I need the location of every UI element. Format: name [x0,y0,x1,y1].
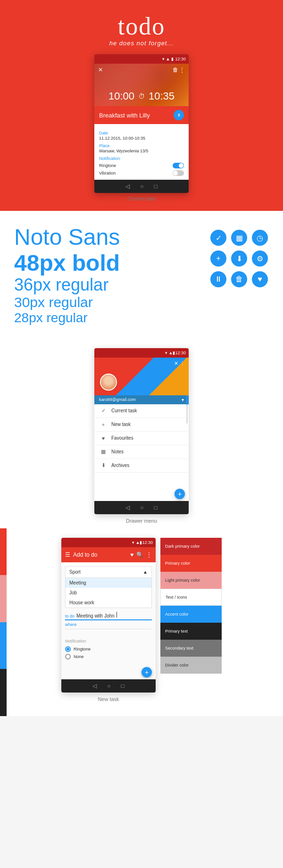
pause-icon: ⏸ [210,271,226,287]
ringtone-row: Ringtone [99,163,184,168]
pause-button[interactable]: ⏸ [174,110,184,120]
drawer-nav-bar: ◁ ○ □ [94,501,189,514]
current-task-phone: ▾ ▲ ▮ 12:30 ✕ 🗑 ⋮ 10:00 ⏱ 10:35 Breakfas… [94,54,189,193]
spacer [61,629,156,639]
category-header: Sport ▲ [66,567,151,577]
home-icon-drawer[interactable]: ○ [140,504,143,511]
ringtone-radio[interactable] [65,646,71,652]
email-text: karo89@gmail.com [99,397,136,402]
vibration-toggle[interactable] [173,170,184,176]
strip-pink [0,575,7,622]
menu-item-favourites[interactable]: ♥ Favourites [94,432,189,445]
drawer-menu-items: ✓ Current task + New task ♥ Favourites ▦… [94,404,189,501]
status-bar: ▾ ▲ ▮ 12:30 [94,54,189,64]
drawer-status-bar: ▾ ▲▮ 12:30 [94,348,189,358]
strip-red [0,528,7,576]
notification-section: Notification Ringtone None [61,639,156,665]
section-label-drawer: Drawer menu [126,518,157,524]
hero-section: todo he does not forget... ▾ ▲ ▮ 12:30 ✕… [0,0,283,211]
font-name: Noto Sans [14,225,120,250]
archive-icon: ⬇ [100,462,107,469]
secondary-text-color: Secondary text [160,640,222,657]
clock-icon: ◷ [252,230,268,246]
heart-icon-toolbar[interactable]: ♥ [130,551,133,558]
type-36-regular: 36px regular [14,276,120,293]
primary-color: Primary color [160,555,222,572]
avatar-image [101,375,116,390]
drawer-section: ▾ ▲▮ 12:30 ✕ ⋮ karo89@gmail.com ▾ ✓ Curr… [0,339,283,528]
check-circle-icon: ✓ [210,230,226,246]
scrollbar[interactable] [186,395,188,424]
primary-text-color: Primary text [160,623,222,640]
avatar [100,374,117,391]
recent-icon[interactable]: □ [154,183,158,190]
newtask-status-bar: ▾ ▲▮ 12:30 [61,538,156,547]
drawer-email-row: karo89@gmail.com ▾ [94,395,189,404]
vibration-row: Vibration [99,170,184,176]
home-icon-newtask[interactable]: ○ [107,683,110,689]
search-icon-toolbar[interactable]: 🔍 [136,551,143,558]
none-radio[interactable] [65,654,71,659]
text-cursor [117,612,117,618]
more-options-icon[interactable]: ⋮ [179,67,185,73]
where-row: where [65,622,152,629]
icon-grid: ✓ ▦ ◷ + ⬇ ⚙ ⏸ 🗑 ♥ [210,230,269,288]
chevron-up-icon: ▲ [143,569,148,575]
time-display-area: 10:00 ⏱ 10:35 [108,90,175,106]
recent-icon-newtask[interactable]: □ [121,683,125,689]
plus-icon-menu: + [100,421,107,428]
app-logo: todo he does not forget... [109,14,174,47]
category-meeting[interactable]: Meeting [66,578,151,588]
menu-item-current-task[interactable]: ✓ Current task [94,404,189,418]
trash-icon: 🗑 [231,271,247,287]
scrollbar-thumb[interactable] [186,395,188,405]
close-icon-drawer[interactable]: ✕ [174,360,178,367]
category-job[interactable]: Job [66,588,151,598]
time-display: 12:30 [175,57,186,61]
category-house-work[interactable]: House work [66,598,151,608]
strip-dark [0,669,7,716]
back-icon[interactable]: ◁ [125,183,130,190]
type-28-regular: 28px regular [14,311,120,325]
more-icon-drawer[interactable]: ⋮ [180,360,185,367]
calendar-icon: ▦ [231,230,247,246]
category-items: Meeting Job House work [66,577,151,608]
recent-icon-drawer[interactable]: □ [154,504,158,511]
back-icon-newtask[interactable]: ◁ [92,683,97,689]
more-icon-toolbar[interactable]: ⋮ [146,551,152,558]
newtask-nav-bar: ◁ ○ □ [61,679,156,693]
wifi-icon-drawer: ▾ ▲▮ [165,351,175,355]
task-header: Breakfast with Lilly ⏸ [94,106,189,124]
type-30-regular: 30px regular [14,295,120,309]
category-dropdown[interactable]: Sport ▲ Meeting Job House work [65,566,152,608]
text-icons-color: Text / Icons [160,589,222,606]
check-icon: ✓ [100,408,107,414]
dropdown-icon[interactable]: ▾ [182,397,184,402]
nav-bar: ◁ ○ □ [94,180,189,193]
ringtone-toggle[interactable] [173,163,184,168]
section-label-newtask: New task [98,696,119,702]
signal-icon: ▲ [166,57,170,61]
ringtone-radio-row: Ringtone [65,646,152,652]
calendar-icon-menu: ▦ [100,449,107,455]
left-color-strip [0,528,7,716]
newtask-body: Sport ▲ Meeting Job House work to do Mee… [61,566,156,677]
back-icon-drawer[interactable]: ◁ [125,504,130,511]
home-icon[interactable]: ○ [140,183,143,190]
drawer-phone: ▾ ▲▮ 12:30 ✕ ⋮ karo89@gmail.com ▾ ✓ Curr… [94,348,189,514]
new-task-section: ▾ ▲▮ 12:30 ☰ Add to do ♥ 🔍 ⋮ Sport ▲ [0,528,283,707]
wifi-icon: ▾ [162,57,165,61]
battery-icon: ▮ [171,57,174,61]
timer-icon: ⏱ [138,92,145,100]
close-icon[interactable]: ✕ [98,67,103,73]
delete-icon[interactable]: 🗑 [173,67,178,73]
task-body: Date 11.12.2015, 10:00-10:35 Place Warsa… [94,124,189,180]
menu-item-notes[interactable]: ▦ Notes [94,445,189,459]
hamburger-icon[interactable]: ☰ [65,551,70,558]
new-task-phone: ▾ ▲▮ 12:30 ☰ Add to do ♥ 🔍 ⋮ Sport ▲ [61,538,156,693]
menu-item-new-task[interactable]: + New task [94,418,189,432]
menu-item-archives[interactable]: ⬇ Archives [94,459,189,473]
drawer-header: ✕ ⋮ [94,358,189,395]
fab-add[interactable]: + [175,489,185,499]
newtask-fab[interactable]: + [142,667,152,677]
